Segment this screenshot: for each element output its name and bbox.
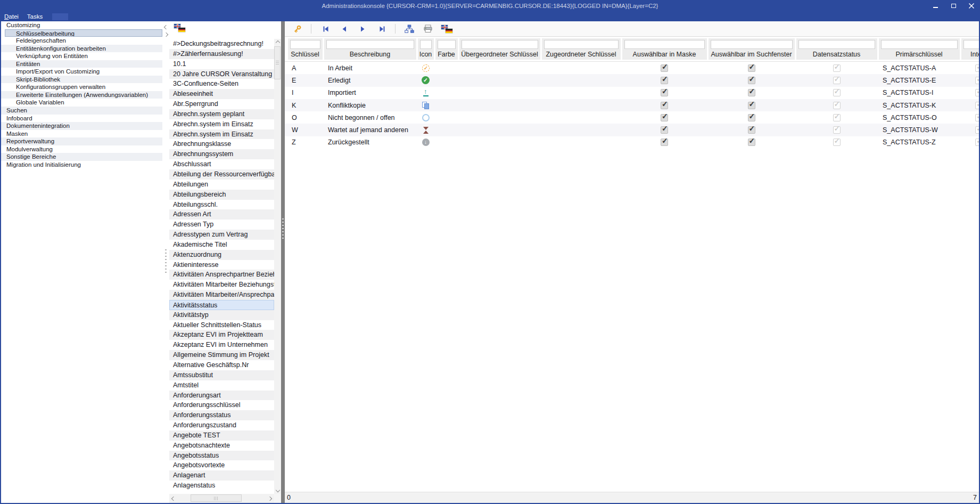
- scroll-right-button[interactable]: [266, 494, 274, 503]
- menu-item-tasks[interactable]: Tasks: [27, 12, 43, 21]
- filter-input-auswaehlbar_im_suchfenster[interactable]: [711, 40, 793, 49]
- previous-record-button[interactable]: [338, 23, 350, 35]
- table-row[interactable]: IImportiertS_ACTSTATUS-I: [285, 87, 979, 99]
- checkbox-checked[interactable]: [661, 77, 668, 84]
- cell-auswaehlbar_in_maske[interactable]: [621, 136, 707, 149]
- table-row[interactable]: KKonfliktkopieS_ACTSTATUS-K: [285, 99, 979, 111]
- list-item[interactable]: Ableseeinheit: [169, 89, 274, 99]
- list-item[interactable]: Abschlussart: [169, 159, 274, 169]
- sidebar-item[interactable]: Verknüpfung von Entitäten: [1, 52, 162, 60]
- list-item[interactable]: Aktueller Schnittstellen-Status: [169, 320, 274, 330]
- filter-input-uebergeordneter_schluessel[interactable]: [462, 40, 538, 49]
- sidebar-item[interactable]: Globale Variablen: [1, 99, 162, 107]
- checkbox-checked[interactable]: [748, 64, 755, 72]
- list-item[interactable]: Abrechnungsklasse: [169, 139, 274, 149]
- list-item[interactable]: Anforderungsart: [169, 391, 274, 401]
- list-item[interactable]: Anforderungsschlüssel: [169, 400, 274, 410]
- horizontal-scroll-track[interactable]: [178, 494, 266, 503]
- cell-auswaehlbar_im_suchfenster[interactable]: [707, 111, 795, 124]
- filter-input-auswaehlbar_in_maske[interactable]: [624, 40, 705, 49]
- sidebar-item[interactable]: Customizing: [1, 21, 162, 29]
- list-item[interactable]: Anforderungsstatus: [169, 410, 274, 420]
- cell-auswaehlbar_im_suchfenster[interactable]: [707, 136, 795, 149]
- filter-input-datensatzstatus[interactable]: [798, 40, 875, 49]
- sidebar-item[interactable]: Schlüsselbearbeitung: [5, 29, 162, 37]
- print-button[interactable]: [422, 23, 434, 35]
- vertical-scroll-thumb[interactable]: [274, 46, 281, 79]
- collapse-left-button[interactable]: [162, 23, 169, 30]
- list-item[interactable]: Angebote TEST: [169, 430, 274, 441]
- filter-input-schluessel[interactable]: [290, 40, 320, 49]
- close-button[interactable]: [966, 1, 977, 11]
- list-item[interactable]: Allgemeine Stimmung im Projekt: [169, 350, 274, 360]
- cell-auswaehlbar_in_maske[interactable]: [621, 74, 707, 86]
- list-item[interactable]: 20 Jahre CURSOR Veranstaltung: [169, 69, 274, 79]
- checkbox-checked[interactable]: [748, 126, 755, 134]
- filter-input-farbe[interactable]: [438, 40, 456, 49]
- first-record-button[interactable]: [319, 23, 331, 35]
- key-edit-button[interactable]: [291, 23, 303, 35]
- list-item[interactable]: Angebotsvortexte: [169, 460, 274, 470]
- list-horizontal-scrollbar[interactable]: [169, 494, 274, 503]
- checkbox-checked[interactable]: [661, 102, 668, 109]
- list-item[interactable]: Aktieninteresse: [169, 260, 274, 270]
- scroll-down-button[interactable]: [274, 486, 281, 494]
- list-item[interactable]: Amtstitel: [169, 380, 274, 391]
- language-flag-icon[interactable]: [174, 24, 185, 32]
- sidebar-item[interactable]: Konfigurationsgruppen verwalten: [1, 83, 162, 91]
- filter-input-primaerschluessel[interactable]: [881, 40, 958, 49]
- checkbox-checked[interactable]: [748, 89, 755, 96]
- sidebar-item[interactable]: Entitätenkonfiguration bearbeiten: [1, 45, 162, 53]
- cell-auswaehlbar_im_suchfenster[interactable]: [707, 87, 795, 99]
- filter-input-zugeordneter_schluessel[interactable]: [544, 40, 619, 49]
- checkbox-checked[interactable]: [748, 114, 755, 121]
- filter-input-icon[interactable]: [420, 40, 432, 49]
- cell-auswaehlbar_im_suchfenster[interactable]: [707, 99, 795, 111]
- sidebar-item[interactable]: Skript-Bibliothek: [1, 76, 162, 84]
- table-row[interactable]: ZZurückgestelltS_ACTSTATUS-Z: [285, 136, 979, 149]
- sidebar-item[interactable]: Masken: [1, 130, 162, 138]
- list-item[interactable]: Anforderungszustand: [169, 420, 274, 430]
- last-record-button[interactable]: [375, 23, 387, 35]
- list-item[interactable]: Angebotsstatus: [169, 451, 274, 461]
- sidebar-item[interactable]: Dokumentenintegration: [1, 122, 162, 130]
- list-item[interactable]: Aktivitäten Ansprechpartner Beziehu: [169, 270, 274, 280]
- checkbox-checked[interactable]: [748, 77, 755, 84]
- list-item[interactable]: Aktivitätsstatus: [169, 300, 274, 310]
- list-item[interactable]: 3C-Confluence-Seiten: [169, 79, 274, 89]
- filter-input-beschreibung[interactable]: [326, 40, 414, 49]
- list-item[interactable]: Amtssubstitut: [169, 370, 274, 380]
- sidebar-item[interactable]: Sonstige Bereiche: [1, 153, 162, 161]
- checkbox-checked[interactable]: [748, 139, 755, 146]
- sidebar-item[interactable]: Infoboard: [1, 115, 162, 123]
- checkbox-checked[interactable]: [661, 64, 668, 72]
- cell-auswaehlbar_in_maske[interactable]: [621, 62, 707, 74]
- list-item[interactable]: #>Deckungsbeitragsrechnung!: [169, 39, 274, 49]
- list-item[interactable]: Abr.Sperrgrund: [169, 99, 274, 109]
- checkbox-checked[interactable]: [661, 114, 668, 121]
- next-record-button[interactable]: [357, 23, 368, 35]
- list-item[interactable]: Abrechn.system im Einsatz: [169, 119, 274, 129]
- list-item[interactable]: Abrechn.system geplant: [169, 109, 274, 119]
- list-item[interactable]: 10.1: [169, 59, 274, 69]
- list-item[interactable]: Adressen Typ: [169, 220, 274, 230]
- list-item[interactable]: Aktivitätstyp: [169, 310, 274, 320]
- splitter-grip[interactable]: [165, 249, 167, 274]
- cell-auswaehlbar_im_suchfenster[interactable]: [707, 62, 795, 74]
- sidebar-item[interactable]: Modulverwaltung: [1, 145, 162, 153]
- hierarchy-button[interactable]: [403, 23, 415, 35]
- sidebar-item[interactable]: Erweiterte Einstellungen (Anwendungsvari…: [1, 91, 162, 99]
- list-item[interactable]: Aktivitäten Mitarbeiter Beziehungsty: [169, 280, 274, 290]
- table-row[interactable]: AIn ArbeitS_ACTSTATUS-A: [285, 62, 979, 74]
- panel-splitter[interactable]: [281, 21, 285, 503]
- list-item[interactable]: Aktivitäten Mitarbeiter/Ansprechpar: [169, 290, 274, 300]
- list-item[interactable]: #>Zählerfernauslesung!: [169, 49, 274, 59]
- language-button[interactable]: [441, 23, 452, 35]
- list-item[interactable]: Akzeptanz EVI im Unternehmen: [169, 340, 274, 350]
- list-item[interactable]: Akademische Titel: [169, 240, 274, 250]
- checkbox-checked[interactable]: [661, 89, 668, 96]
- list-item[interactable]: Abteilungen: [169, 180, 274, 190]
- cell-auswaehlbar_im_suchfenster[interactable]: [707, 124, 795, 136]
- sidebar-item[interactable]: Import/Export von Customizing: [1, 68, 162, 76]
- expand-right-button[interactable]: [162, 31, 169, 38]
